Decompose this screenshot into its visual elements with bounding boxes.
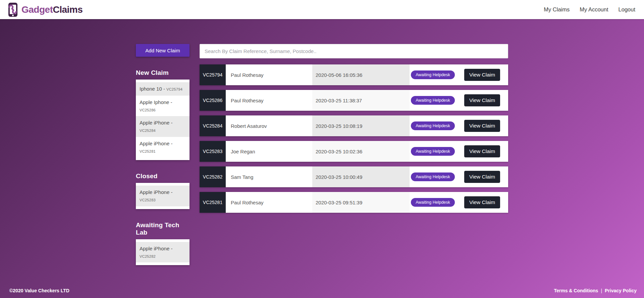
sidebar-claim-item[interactable]: Iphone 10 - VC25794: [136, 82, 190, 96]
section-heading: Closed: [136, 172, 190, 180]
section-card: Apple iPhone - VC25283: [136, 183, 190, 209]
claim-ref: VC25286: [140, 108, 156, 112]
sidebar-section-closed: ClosedApple iPhone - VC25283: [136, 172, 190, 209]
section-heading: New Claim: [136, 69, 190, 77]
status-badge: Awaiting Helpdesk: [411, 172, 455, 181]
sidebar-claim-item[interactable]: Apple Iphone - VC25286: [136, 96, 190, 116]
claim-ref: VC25283: [140, 198, 156, 202]
claim-row: VC25284Robert Asaturov2020-03-25 10:08:1…: [200, 115, 508, 136]
section-card: Apple iPhone - VC25282: [136, 239, 190, 265]
claim-status-cell: Awaiting Helpdesk: [410, 90, 456, 111]
sidebar-claim-item[interactable]: Apple iPhone - VC25283: [136, 186, 190, 206]
view-claim-button[interactable]: View Claim: [464, 69, 500, 81]
sidebar-section-new-claim: New ClaimIphone 10 - VC25794Apple Iphone…: [136, 69, 190, 160]
claim-ref: VC25281: [140, 149, 156, 153]
claim-reference-cell: VC25284: [200, 115, 226, 136]
view-claim-button[interactable]: View Claim: [464, 145, 500, 157]
claim-row: VC25282Sam Tang2020-03-25 10:00:49Awaiti…: [200, 166, 508, 187]
sidebar-section-awaiting-tech-lab: Awaiting Tech LabApple iPhone - VC25282: [136, 221, 190, 265]
logo[interactable]: GadgetClaims: [6, 2, 83, 17]
claim-ref: VC25282: [140, 254, 156, 258]
claim-row: VC25281Paul Rothesay2020-03-25 09:51:39A…: [200, 192, 508, 213]
view-claim-button[interactable]: View Claim: [464, 196, 500, 208]
main-content: VC25794Paul Rothesay2020-05-06 16:05:36A…: [200, 44, 508, 265]
sidebar-claim-item[interactable]: Apple iPhone - VC25284: [136, 116, 190, 137]
copyright-text: ©2020 Value Checkers LTD: [9, 288, 69, 293]
claim-action-cell: View Claim: [456, 192, 508, 213]
claim-status-cell: Awaiting Helpdesk: [410, 192, 456, 213]
footer: ©2020 Value Checkers LTD Terms & Conditi…: [0, 288, 644, 293]
claim-action-cell: View Claim: [456, 90, 508, 111]
logo-text: GadgetClaims: [21, 4, 83, 15]
claim-device: Apple iPhone -: [140, 120, 172, 126]
claim-name-cell: Paul Rothesay: [226, 90, 312, 111]
view-claim-button[interactable]: View Claim: [464, 120, 500, 132]
claim-status-cell: Awaiting Helpdesk: [410, 166, 456, 187]
claim-reference-cell: VC25283: [200, 141, 226, 162]
claim-row: VC25283Joe Regan2020-03-25 10:02:36Await…: [200, 141, 508, 162]
claim-device: Apple iPhone -: [140, 246, 172, 251]
claims-list: VC25794Paul Rothesay2020-05-06 16:05:36A…: [200, 64, 508, 213]
claim-ref: VC25284: [140, 129, 156, 133]
status-badge: Awaiting Helpdesk: [411, 198, 455, 207]
claim-reference-cell: VC25281: [200, 192, 226, 213]
claim-device: Apple Iphone -: [140, 99, 172, 105]
nav-link-logout[interactable]: Logout: [619, 6, 635, 13]
section-card: Iphone 10 - VC25794Apple Iphone - VC2528…: [136, 80, 190, 160]
search-input[interactable]: [200, 44, 508, 58]
nav-link-my-account[interactable]: My Account: [580, 6, 608, 13]
footer-links: Terms & Conditions | Privacy Policy: [554, 288, 637, 293]
claim-ref: VC25794: [166, 87, 182, 91]
sidebar-claim-item[interactable]: Apple iPhone - VC25281: [136, 137, 190, 158]
claim-date-cell: 2020-03-25 10:02:36: [312, 141, 410, 162]
claim-status-cell: Awaiting Helpdesk: [410, 141, 456, 162]
claim-date-cell: 2020-03-25 10:00:49: [312, 166, 410, 187]
add-new-claim-button[interactable]: Add New Claim: [136, 44, 190, 57]
claim-action-cell: View Claim: [456, 64, 508, 85]
claim-name-cell: Joe Regan: [226, 141, 312, 162]
claim-name-cell: Paul Rothesay: [226, 64, 312, 85]
claim-row: VC25286Paul Rothesay2020-03-25 11:38:37A…: [200, 90, 508, 111]
claim-device: Iphone 10 -: [140, 86, 165, 92]
terms-link[interactable]: Terms & Conditions: [554, 288, 598, 293]
top-bar: GadgetClaims My ClaimsMy AccountLogout: [0, 0, 644, 19]
claim-reference-cell: VC25286: [200, 90, 226, 111]
claim-date-cell: 2020-03-25 10:08:19: [312, 115, 410, 136]
status-badge: Awaiting Helpdesk: [411, 121, 455, 130]
nav-link-my-claims[interactable]: My Claims: [544, 6, 570, 13]
claim-status-cell: Awaiting Helpdesk: [410, 115, 456, 136]
claim-row: VC25794Paul Rothesay2020-05-06 16:05:36A…: [200, 64, 508, 85]
claim-action-cell: View Claim: [456, 166, 508, 187]
section-heading: Awaiting Tech Lab: [136, 221, 190, 236]
footer-separator: |: [601, 288, 602, 293]
privacy-link[interactable]: Privacy Policy: [605, 288, 637, 293]
top-nav: My ClaimsMy AccountLogout: [544, 6, 635, 13]
claim-name-cell: Robert Asaturov: [226, 115, 312, 136]
claim-action-cell: View Claim: [456, 115, 508, 136]
claim-date-cell: 2020-05-06 16:05:36: [312, 64, 410, 85]
view-claim-button[interactable]: View Claim: [464, 171, 500, 183]
status-badge: Awaiting Helpdesk: [411, 96, 455, 105]
sidebar-claim-item[interactable]: Apple iPhone - VC25282: [136, 242, 190, 263]
status-badge: Awaiting Helpdesk: [411, 147, 455, 156]
status-badge: Awaiting Helpdesk: [411, 70, 455, 79]
claim-date-cell: 2020-03-25 09:51:39: [312, 192, 410, 213]
claim-name-cell: Sam Tang: [226, 166, 312, 187]
claim-reference-cell: VC25282: [200, 166, 226, 187]
claim-device: Apple iPhone -: [140, 141, 172, 146]
claim-reference-cell: VC25794: [200, 64, 226, 85]
claim-action-cell: View Claim: [456, 141, 508, 162]
view-claim-button[interactable]: View Claim: [464, 94, 500, 106]
claim-date-cell: 2020-03-25 11:38:37: [312, 90, 410, 111]
claim-status-cell: Awaiting Helpdesk: [410, 64, 456, 85]
sidebar: Add New Claim New ClaimIphone 10 - VC257…: [136, 44, 190, 265]
claim-device: Apple iPhone -: [140, 189, 172, 195]
phone-wrench-icon: [6, 2, 19, 17]
claim-name-cell: Paul Rothesay: [226, 192, 312, 213]
